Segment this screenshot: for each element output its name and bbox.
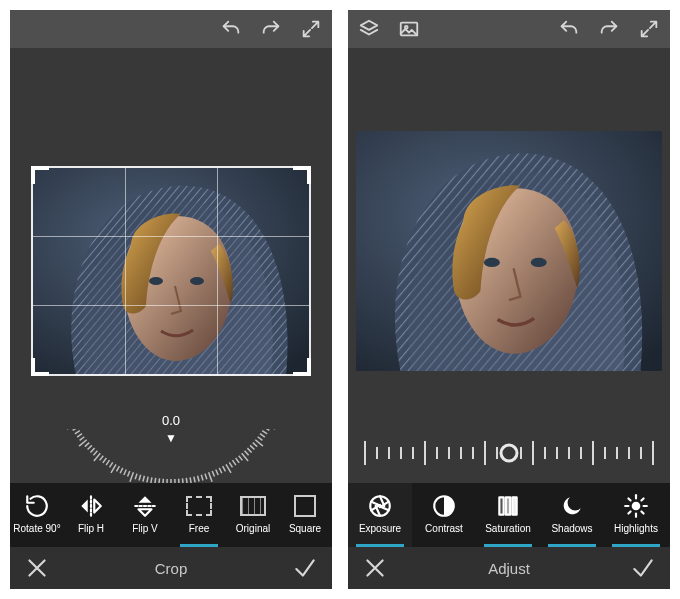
square-aspect-icon (294, 495, 316, 517)
grid-line (125, 168, 126, 374)
contrast-icon (431, 493, 457, 519)
redo-button[interactable] (592, 12, 626, 46)
svg-line-62 (77, 434, 82, 438)
svg-rect-98 (506, 497, 510, 514)
image-preview (356, 131, 662, 371)
svg-line-48 (120, 468, 123, 473)
crop-handle-tr[interactable] (293, 166, 311, 184)
adjust-canvas[interactable] (348, 48, 670, 483)
svg-line-51 (110, 462, 113, 467)
svg-line-50 (111, 464, 116, 473)
tool-label: Square (289, 523, 321, 534)
fullscreen-button[interactable] (294, 12, 328, 46)
bottom-bar: Adjust (348, 547, 670, 589)
svg-line-44 (135, 474, 137, 480)
svg-line-16 (239, 456, 243, 461)
aperture-icon (367, 493, 393, 519)
close-icon (24, 555, 50, 581)
layers-button[interactable] (352, 12, 386, 46)
tool-label: Rotate 90° (13, 523, 60, 534)
svg-line-57 (90, 448, 94, 452)
aspect-free-tool[interactable]: Free (172, 483, 226, 547)
cancel-button[interactable] (20, 551, 54, 585)
svg-line-26 (205, 474, 207, 480)
layers-icon (358, 18, 380, 40)
svg-line-22 (219, 468, 222, 473)
contrast-tool[interactable]: Contrast (412, 483, 476, 547)
svg-line-23 (216, 469, 218, 474)
flip-v-icon (132, 493, 158, 519)
svg-line-8 (260, 434, 265, 438)
svg-line-58 (88, 445, 92, 449)
rotation-dial[interactable]: 0.0 ▼ (10, 413, 332, 483)
svg-line-53 (103, 458, 107, 463)
crop-canvas[interactable]: 0.0 ▼ (10, 48, 332, 483)
sun-icon (623, 493, 649, 519)
svg-line-7 (262, 431, 267, 434)
exposure-tool[interactable]: Exposure (348, 483, 412, 547)
highlights-tool[interactable]: Highlights (604, 483, 668, 547)
confirm-button[interactable] (626, 551, 660, 585)
rotation-value: 0.0 (162, 413, 180, 428)
undo-button[interactable] (552, 12, 586, 46)
grid-line (33, 305, 309, 306)
svg-line-17 (236, 458, 240, 463)
crop-frame[interactable] (31, 166, 311, 376)
undo-button[interactable] (214, 12, 248, 46)
svg-line-24 (212, 471, 214, 477)
svg-line-107 (641, 498, 643, 500)
tool-label: Original (236, 523, 270, 534)
confirm-button[interactable] (288, 551, 322, 585)
rotate-icon (24, 493, 50, 519)
svg-line-12 (250, 445, 254, 449)
fullscreen-button[interactable] (632, 12, 666, 46)
saturation-tool[interactable]: Saturation (476, 483, 540, 547)
moon-icon (559, 493, 585, 519)
svg-line-6 (264, 429, 269, 430)
tool-label: Shadows (551, 523, 592, 534)
crop-handle-tl[interactable] (31, 166, 49, 184)
svg-line-46 (128, 471, 130, 477)
svg-rect-99 (512, 497, 516, 514)
crop-handle-br[interactable] (293, 358, 311, 376)
svg-line-14 (245, 451, 249, 455)
crop-handle-bl[interactable] (31, 358, 49, 376)
slider-handle-icon (501, 445, 517, 461)
portrait-image (356, 131, 662, 371)
svg-line-18 (233, 460, 236, 465)
svg-line-25 (209, 472, 212, 481)
original-aspect-icon (240, 496, 266, 516)
svg-line-106 (641, 511, 643, 513)
tool-label: Free (189, 523, 210, 534)
cancel-button[interactable] (358, 551, 392, 585)
saturation-icon (495, 493, 521, 519)
redo-icon (598, 18, 620, 40)
aspect-square-tool[interactable]: Square (280, 483, 330, 547)
svg-line-59 (85, 443, 89, 447)
flip-v-tool[interactable]: Flip V (118, 483, 172, 547)
redo-button[interactable] (254, 12, 288, 46)
rotate-90-tool[interactable]: Rotate 90° (10, 483, 64, 547)
aspect-original-tool[interactable]: Original (226, 483, 280, 547)
svg-line-64 (73, 429, 78, 430)
shadows-tool[interactable]: Shadows (540, 483, 604, 547)
mode-title: Crop (54, 560, 288, 577)
tool-label: Contrast (425, 523, 463, 534)
image-icon (398, 18, 420, 40)
svg-line-54 (100, 456, 104, 461)
svg-line-21 (223, 466, 226, 471)
flip-h-tool[interactable]: Flip H (64, 483, 118, 547)
grid-line (33, 236, 309, 237)
tool-label: Highlights (614, 523, 658, 534)
svg-line-27 (201, 475, 203, 481)
svg-line-9 (258, 437, 263, 441)
image-preview (31, 166, 311, 376)
svg-point-69 (484, 257, 500, 266)
svg-line-19 (229, 462, 232, 467)
tool-label: Saturation (485, 523, 531, 534)
compare-button[interactable] (392, 12, 426, 46)
svg-line-45 (130, 472, 133, 481)
value-slider[interactable] (359, 423, 659, 483)
free-aspect-icon (186, 496, 212, 516)
undo-icon (220, 18, 242, 40)
